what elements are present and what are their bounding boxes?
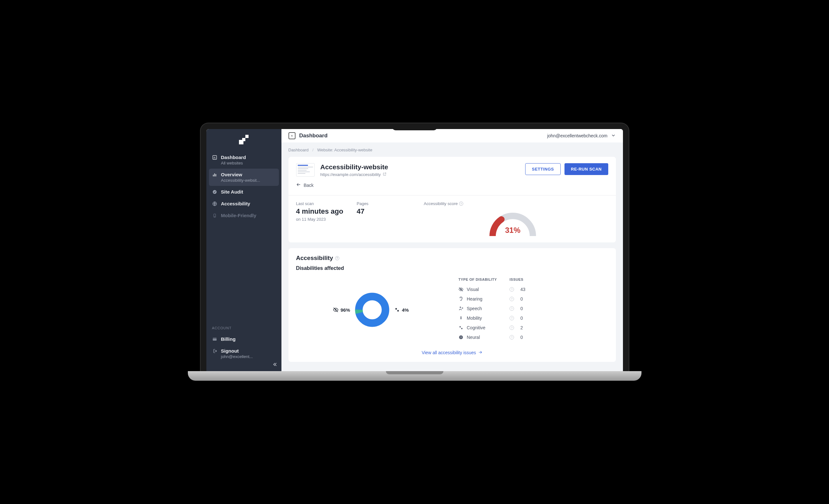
user-email: john@excellentwebcheck.com [547, 133, 608, 138]
collapse-sidebar-button[interactable] [272, 362, 278, 368]
svg-rect-1 [213, 175, 213, 176]
svg-point-4 [213, 190, 217, 194]
last-scan-date: on 11 May 2023 [296, 217, 344, 222]
svg-text:?: ? [460, 336, 462, 339]
disability-label: Speech [467, 306, 482, 311]
globe-icon [212, 201, 217, 206]
help-icon[interactable]: ? [509, 306, 514, 311]
disability-icon [459, 296, 464, 301]
breadcrumb-root[interactable]: Dashboard [288, 148, 309, 152]
topbar: Dashboard john@excellentwebcheck.com [282, 129, 623, 142]
sidebar-label: Signout [221, 348, 239, 354]
disability-icon [459, 325, 464, 330]
breadcrumb: Dashboard / Website: Accessibility-websi… [288, 148, 616, 152]
help-icon[interactable]: ? [509, 335, 514, 339]
sidebar-label: Overview [221, 172, 243, 177]
sidebar-item-overview[interactable]: Overview Accessibility-websit... [209, 169, 279, 186]
sidebar-item-accessibility[interactable]: Accessibility [206, 198, 282, 210]
donut-primary-label: 96% [340, 307, 350, 313]
back-label: Back [304, 183, 314, 188]
back-link[interactable]: Back [296, 182, 608, 189]
sidebar: Dashboard All websites Overview Accessib… [206, 129, 282, 372]
table-row: Mobility?0 [459, 313, 608, 323]
sidebar-sublabel: john@excellent... [221, 354, 276, 359]
site-header-card: Accessibility-website https://example.co… [288, 157, 616, 243]
chart-bar-icon [212, 172, 217, 177]
breadcrumb-separator: / [313, 148, 314, 152]
chevron-down-icon [611, 133, 616, 139]
issues-count: 2 [520, 325, 543, 330]
help-icon[interactable]: ? [509, 316, 514, 320]
site-name: Accessibility-website [320, 163, 388, 171]
donut-secondary-label: 4% [402, 307, 409, 313]
pages-label: Pages [357, 201, 405, 206]
table-row: Hearing?0 [459, 294, 608, 304]
settings-button[interactable]: SETTINGS [525, 163, 561, 175]
sidebar-sublabel: All websites [221, 160, 276, 166]
last-scan-label: Last scan [296, 201, 344, 206]
disability-icon: ? [459, 335, 464, 340]
score-value: 31% [484, 226, 541, 235]
credit-card-icon [212, 337, 217, 342]
table-row: ?Neural?0 [459, 332, 608, 342]
user-menu[interactable]: john@excellentwebcheck.com [547, 133, 616, 139]
issues-count: 0 [520, 335, 543, 340]
help-icon[interactable]: ? [509, 297, 514, 301]
sidebar-label: Dashboard [221, 154, 246, 160]
sidebar-item-mobile-friendly[interactable]: Mobile-Friendly [206, 210, 282, 221]
issues-count: 0 [520, 296, 543, 301]
rerun-scan-button[interactable]: RE-RUN SCAN [565, 163, 608, 175]
disability-label: Hearing [467, 296, 482, 301]
cognitive-icon [394, 307, 400, 313]
site-thumbnail [296, 163, 315, 177]
sidebar-item-billing[interactable]: Billing [206, 333, 282, 345]
disability-icon [459, 306, 464, 311]
donut-chart [355, 292, 390, 327]
table-row: Speech?0 [459, 304, 608, 313]
help-icon[interactable]: ? [335, 256, 339, 260]
disabilities-subtitle: Disabilities affected [296, 265, 608, 271]
disability-icon [459, 316, 464, 321]
svg-rect-3 [215, 174, 216, 176]
arrow-left-icon [296, 182, 301, 188]
external-link-icon[interactable] [383, 172, 387, 177]
disability-icon [459, 287, 464, 292]
main-content: Dashboard john@excellentwebcheck.com Das… [282, 129, 623, 372]
sidebar-sublabel: Accessibility-websit... [221, 178, 276, 183]
disability-label: Mobility [467, 316, 482, 321]
view-all-label: View all accessibility issues [422, 350, 476, 355]
sidebar-item-site-audit[interactable]: Site Audit [206, 186, 282, 198]
visual-icon [333, 307, 338, 313]
svg-point-17 [460, 307, 461, 308]
arrow-right-icon [478, 350, 482, 356]
dashboard-icon [212, 155, 217, 160]
table-row: Cognitive?2 [459, 323, 608, 332]
dashboard-icon [288, 132, 295, 139]
site-url[interactable]: https://example.com/accessibility [320, 172, 381, 177]
table-head-type: TYPE OF DISABILITY [459, 278, 509, 281]
signout-icon [212, 349, 217, 354]
page-title: Dashboard [299, 133, 328, 139]
view-all-issues-link[interactable]: View all accessibility issues [422, 350, 482, 356]
disabilities-table: TYPE OF DISABILITY ISSUES Visual?43Heari… [459, 278, 608, 342]
last-scan-value: 4 minutes ago [296, 207, 344, 216]
svg-point-7 [214, 216, 215, 217]
svg-point-14 [364, 302, 380, 317]
sidebar-item-signout[interactable]: Signout john@excellent... [206, 345, 282, 372]
table-head-issues: ISSUES [509, 278, 532, 281]
help-icon[interactable]: ? [509, 325, 514, 330]
donut-chart-block: 96% 4% [296, 292, 446, 327]
help-icon[interactable]: ? [509, 287, 514, 292]
issues-count: 0 [520, 306, 543, 311]
sidebar-label: Accessibility [221, 201, 250, 206]
accessibility-score-gauge: 31% [484, 207, 541, 236]
accessibility-card: Accessibility ? Disabilities affected 96… [288, 248, 616, 362]
help-icon[interactable]: ? [459, 202, 463, 206]
sidebar-item-dashboard[interactable]: Dashboard All websites [206, 151, 282, 169]
sidebar-label: Mobile-Friendly [221, 213, 256, 218]
svg-rect-2 [214, 173, 215, 176]
issues-count: 0 [520, 316, 543, 321]
svg-rect-9 [213, 338, 217, 339]
score-label: Accessibility score [424, 201, 458, 206]
table-row: Visual?43 [459, 285, 608, 294]
